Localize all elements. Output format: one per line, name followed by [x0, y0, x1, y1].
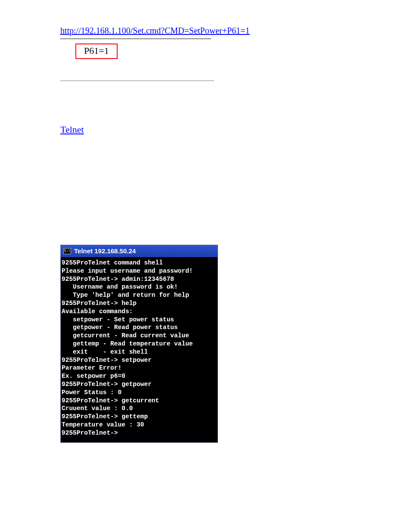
telnet-titlebar: C:\ Telnet 192.168.50.24 — [61, 245, 218, 257]
section-heading-telnet: 8. Telnet Control — [60, 107, 351, 119]
telnet-description: By using the Telnet function, it allows … — [60, 137, 351, 173]
generic-url-pattern: XX.XXX.XX.XXX/ Set.cmd?CMD=SetPower+P61=… — [60, 63, 351, 75]
telnet-note: Note: For Telnet Control make sure that … — [60, 208, 351, 232]
parameter-box: P61=1 — [75, 44, 118, 59]
cmd-icon: C:\ — [63, 248, 71, 254]
telnet-colon: : — [84, 125, 87, 134]
parameter-box-text: P61=1 — [84, 45, 109, 56]
divider-bar — [60, 81, 214, 81]
telnet-output[interactable]: 9255ProTelnet command shell Please input… — [61, 257, 218, 442]
telnet-window: C:\ Telnet 192.168.50.24 9255ProTelnet c… — [60, 245, 218, 443]
underline-bar — [60, 38, 211, 39]
telnet-title-text: Telnet 192.168.50.24 — [74, 247, 136, 255]
telnet-sublink[interactable]: Telnet — [60, 124, 84, 135]
set-power-url-link[interactable]: http://192.168.1.100/Set.cmd?CMD=SetPowe… — [60, 26, 249, 36]
